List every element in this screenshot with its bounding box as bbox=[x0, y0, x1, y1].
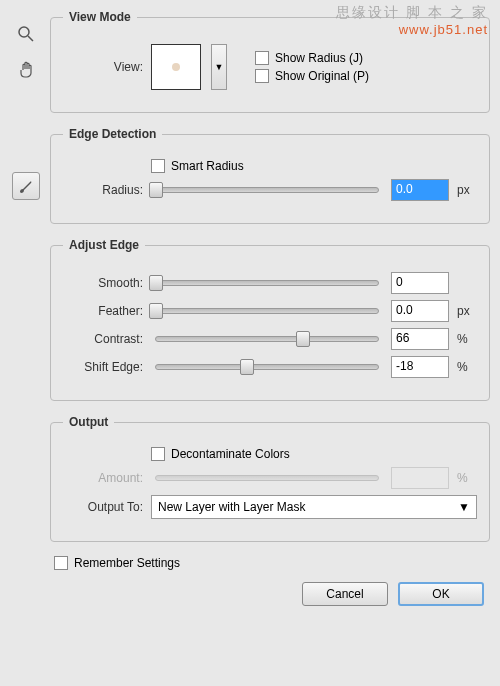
view-label: View: bbox=[63, 60, 143, 74]
watermark-text: 思缘设计 脚 本 之 家 bbox=[336, 4, 488, 22]
smooth-label: Smooth: bbox=[63, 276, 143, 290]
output-legend: Output bbox=[63, 415, 114, 429]
watermark-url: www.jb51.net bbox=[399, 22, 488, 37]
radius-label: Radius: bbox=[63, 183, 143, 197]
show-original-checkbox[interactable] bbox=[255, 69, 269, 83]
ok-button[interactable]: OK bbox=[398, 582, 484, 606]
amount-label: Amount: bbox=[63, 471, 143, 485]
zoom-tool-icon[interactable] bbox=[12, 20, 40, 48]
chevron-down-icon: ▼ bbox=[458, 500, 470, 514]
view-swatch[interactable] bbox=[151, 44, 201, 90]
radius-unit: px bbox=[457, 183, 477, 197]
svg-line-1 bbox=[28, 36, 33, 41]
cancel-button[interactable]: Cancel bbox=[302, 582, 388, 606]
radius-input[interactable]: 0.0 bbox=[391, 179, 449, 201]
view-dropdown-arrow[interactable]: ▼ bbox=[211, 44, 227, 90]
output-to-label: Output To: bbox=[63, 500, 143, 514]
edge-detection-legend: Edge Detection bbox=[63, 127, 162, 141]
view-mode-legend: View Mode bbox=[63, 10, 137, 24]
decontaminate-checkbox[interactable] bbox=[151, 447, 165, 461]
contrast-label: Contrast: bbox=[63, 332, 143, 346]
amount-input bbox=[391, 467, 449, 489]
shift-edge-label: Shift Edge: bbox=[63, 360, 143, 374]
feather-slider[interactable] bbox=[155, 308, 379, 314]
smart-radius-checkbox[interactable] bbox=[151, 159, 165, 173]
show-radius-checkbox[interactable] bbox=[255, 51, 269, 65]
output-to-select[interactable]: New Layer with Layer Mask▼ bbox=[151, 495, 477, 519]
svg-point-0 bbox=[19, 27, 29, 37]
feather-input[interactable]: 0.0 bbox=[391, 300, 449, 322]
shift-edge-input[interactable]: -18 bbox=[391, 356, 449, 378]
contrast-input[interactable]: 66 bbox=[391, 328, 449, 350]
show-original-label: Show Original (P) bbox=[275, 69, 369, 83]
shift-edge-slider[interactable] bbox=[155, 364, 379, 370]
hand-tool-icon[interactable] bbox=[12, 56, 40, 84]
adjust-edge-group: Adjust Edge Smooth: 0 Feather: 0.0 px Co… bbox=[50, 238, 490, 401]
tool-column bbox=[12, 20, 44, 208]
remember-settings-label: Remember Settings bbox=[74, 556, 180, 570]
smart-radius-label: Smart Radius bbox=[171, 159, 244, 173]
feather-unit: px bbox=[457, 304, 477, 318]
radius-slider[interactable] bbox=[155, 187, 379, 193]
show-radius-label: Show Radius (J) bbox=[275, 51, 363, 65]
contrast-slider[interactable] bbox=[155, 336, 379, 342]
feather-label: Feather: bbox=[63, 304, 143, 318]
decontaminate-label: Decontaminate Colors bbox=[171, 447, 290, 461]
edge-detection-group: Edge Detection Smart Radius Radius: 0.0 … bbox=[50, 127, 490, 224]
adjust-edge-legend: Adjust Edge bbox=[63, 238, 145, 252]
brush-tool-icon[interactable] bbox=[12, 172, 40, 200]
output-group: Output Decontaminate Colors Amount: % Ou… bbox=[50, 415, 490, 542]
amount-slider bbox=[155, 475, 379, 481]
contrast-unit: % bbox=[457, 332, 477, 346]
amount-unit: % bbox=[457, 471, 477, 485]
smooth-input[interactable]: 0 bbox=[391, 272, 449, 294]
shift-edge-unit: % bbox=[457, 360, 477, 374]
remember-settings-checkbox[interactable] bbox=[54, 556, 68, 570]
smooth-slider[interactable] bbox=[155, 280, 379, 286]
